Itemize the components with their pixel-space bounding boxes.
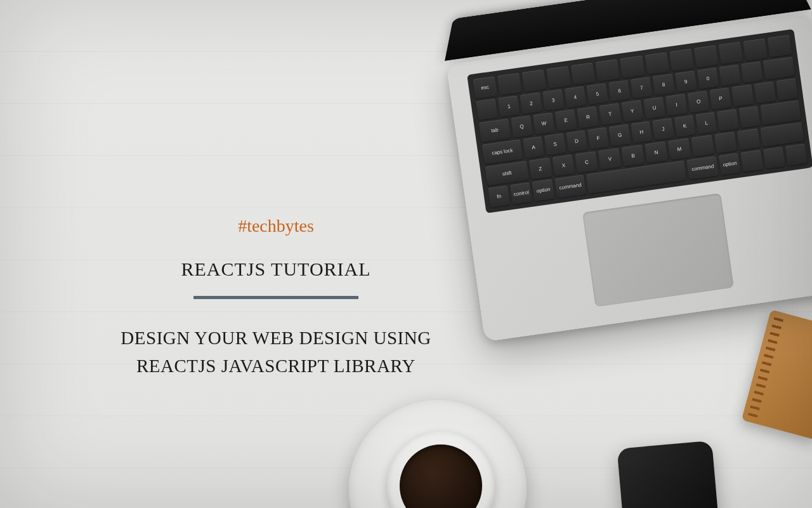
phone-illustration xyxy=(617,441,721,508)
coffee-cup-illustration xyxy=(343,394,533,508)
laptop-body: esc 1234567890 tabQWERTYUIOP caps lockAS… xyxy=(447,14,812,342)
laptop-keyboard: esc 1234567890 tabQWERTYUIOP caps lockAS… xyxy=(467,29,812,213)
main-title: REACTJS TUTORIAL xyxy=(79,258,473,280)
title-divider xyxy=(193,296,358,299)
text-content-block: #techbytes REACTJS TUTORIAL DESIGN YOUR … xyxy=(79,216,473,380)
laptop-trackpad xyxy=(582,193,734,307)
subtitle-text: DESIGN YOUR WEB DESIGN USING REACTJS JAV… xyxy=(79,324,473,380)
hashtag-label: #techbytes xyxy=(79,216,473,236)
coffee-liquid xyxy=(400,444,482,508)
